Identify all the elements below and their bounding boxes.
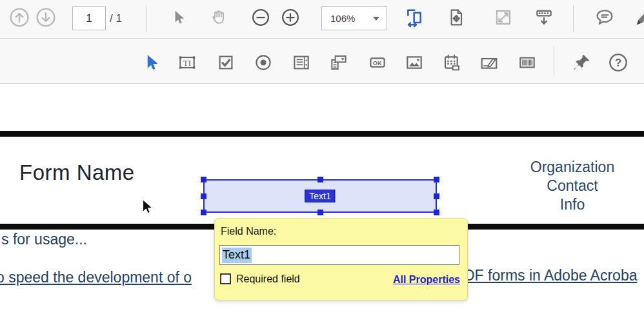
list-box-field-icon: [291, 52, 312, 75]
add-dropdown-field-button[interactable]: [328, 53, 350, 75]
checkbox-field-icon: [216, 53, 236, 75]
zoom-out-icon: [251, 8, 270, 30]
add-signature-field-button[interactable]: [478, 53, 500, 75]
circle-arrow-up-icon: [9, 7, 30, 30]
toolbar-separator: [554, 46, 554, 76]
help-icon: ?: [608, 52, 629, 75]
circle-arrow-down-icon: [35, 7, 56, 30]
all-properties-link[interactable]: All Properties: [393, 274, 460, 286]
hand-tool-icon: [208, 8, 228, 30]
svg-text:OK: OK: [373, 60, 382, 66]
keep-tool-selected-button[interactable]: [571, 53, 593, 75]
chevron-down-icon: [373, 17, 379, 21]
resize-handle-bottom-right[interactable]: [434, 210, 439, 215]
fit-width-icon: [405, 7, 425, 30]
previous-page-button[interactable]: [8, 8, 30, 30]
select-pointer-icon: [170, 9, 187, 28]
comment-icon: [594, 7, 615, 30]
select-tool-button[interactable]: [168, 8, 190, 30]
fullscreen-button[interactable]: [492, 8, 514, 30]
required-field-checkbox[interactable]: [220, 273, 231, 284]
form-tools-toolbar: TI: [0, 39, 644, 84]
organization-contact-info: Organization Contact Info: [505, 158, 640, 214]
org-line: Organization: [505, 158, 640, 177]
text-field-icon: TI: [177, 52, 197, 75]
hand-tool-button[interactable]: [207, 8, 229, 30]
acrobat-prepare-form-window: 1 / 1: [0, 0, 644, 314]
field-name-label: Field Name:: [221, 226, 276, 237]
hide-toolbar-icon: [534, 7, 554, 30]
toolbar-separator: [573, 5, 574, 32]
zoom-in-icon: [281, 8, 300, 30]
button-field-icon: OK: [367, 52, 388, 75]
signature-field-icon: [479, 52, 499, 75]
zoom-out-button[interactable]: [250, 8, 272, 30]
add-barcode-field-button[interactable]: [516, 53, 538, 75]
add-date-field-button[interactable]: [441, 53, 463, 75]
comment-button[interactable]: [594, 8, 616, 30]
date-field-icon: [441, 52, 462, 75]
add-list-box-field-button[interactable]: [290, 53, 312, 75]
add-radio-button-field-button[interactable]: [252, 53, 274, 75]
svg-text:?: ?: [615, 57, 621, 69]
barcode-field-icon: [517, 52, 538, 75]
resize-handle-top-right[interactable]: [434, 177, 439, 182]
page-number-input[interactable]: 1: [72, 6, 106, 30]
form-select-pointer-icon: [142, 53, 161, 75]
pen-icon: [634, 7, 644, 30]
required-field-label: Required field: [236, 273, 300, 285]
fit-width-button[interactable]: [404, 8, 426, 30]
svg-text:TI: TI: [183, 58, 192, 68]
resize-handle-middle-right[interactable]: [434, 193, 439, 199]
hide-toolbar-button[interactable]: [533, 8, 555, 30]
toolbar-separator: [146, 5, 146, 32]
resize-handle-bottom-center[interactable]: [317, 210, 323, 215]
help-button[interactable]: ?: [607, 53, 629, 75]
form-name-heading: Form Name: [19, 161, 135, 185]
zoom-level-value: 106%: [330, 13, 373, 24]
org-line: Contact: [505, 177, 640, 195]
page-move-icon: [446, 7, 467, 30]
zoom-level-dropdown[interactable]: 106%: [321, 6, 387, 30]
form-select-tool-button[interactable]: [141, 53, 163, 75]
field-name-popup: Field Name: Text1 Required field All Pro…: [214, 218, 468, 300]
image-field-icon: [404, 52, 425, 75]
radio-button-field-icon: [254, 53, 273, 75]
document-text-usage: s for usage...: [1, 231, 87, 248]
pdf-document-page: Form Name Organization Contact Info s fo…: [0, 84, 644, 314]
page-move-button[interactable]: [445, 8, 467, 30]
resize-handle-top-left[interactable]: [201, 177, 206, 182]
field-name-input-value: Text1: [222, 248, 252, 263]
resize-handle-top-center[interactable]: [317, 177, 323, 182]
field-name-input[interactable]: Text1: [219, 245, 459, 265]
add-button-field-button[interactable]: OK: [367, 53, 388, 75]
add-text-field-button[interactable]: TI: [176, 53, 198, 75]
add-checkbox-field-button[interactable]: [215, 53, 237, 75]
page-number-value: 1: [86, 12, 92, 25]
text1-form-field[interactable]: Text1: [203, 179, 437, 213]
pushpin-icon: [572, 52, 592, 75]
fullscreen-icon: [493, 7, 514, 30]
next-page-button[interactable]: [35, 8, 57, 30]
resize-handle-bottom-left[interactable]: [201, 210, 206, 215]
zoom-in-button[interactable]: [279, 8, 301, 30]
document-link-text-right: DF forms in Adobe Acroba: [464, 267, 637, 284]
document-link-text-left: o speed the development of o: [0, 269, 192, 286]
pen-button[interactable]: [633, 8, 644, 30]
primary-toolbar: 1 / 1: [0, 0, 644, 39]
document-rule-top: [0, 131, 644, 137]
mouse-cursor-icon: [139, 199, 156, 218]
org-line: Info: [505, 195, 640, 214]
dropdown-field-icon: [328, 52, 349, 75]
add-image-field-button[interactable]: [403, 53, 425, 75]
resize-handle-middle-left[interactable]: [201, 193, 206, 199]
field-name-tag: Text1: [305, 190, 335, 202]
page-total-label: / 1: [110, 6, 122, 30]
